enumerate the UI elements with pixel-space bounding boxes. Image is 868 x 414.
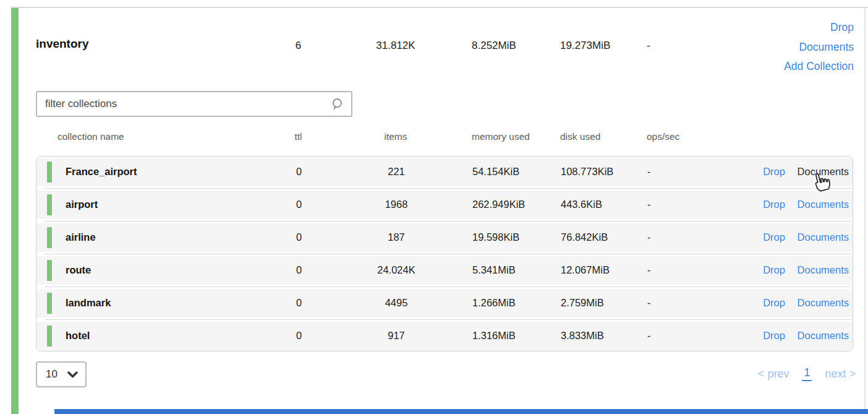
disk-value: 2.759MiB	[556, 297, 642, 309]
header-ttl: ttl	[272, 131, 325, 142]
row-drop-link[interactable]: Drop	[763, 199, 785, 210]
right-edge-divider	[864, 8, 866, 414]
collection-name: airline	[66, 231, 96, 243]
next-page-link[interactable]: next >	[825, 368, 856, 381]
row-drop-link[interactable]: Drop	[763, 166, 785, 177]
bottom-accent-bar	[54, 409, 868, 414]
disk-value: 443.6KiB	[556, 199, 642, 210]
collections-screen: inventory 6 31.812K 8.252MiB 19.273MiB -…	[0, 0, 868, 414]
items-value: 221	[325, 166, 467, 178]
row-documents-link[interactable]: Documents	[798, 330, 849, 341]
page-size-value: 10	[46, 368, 57, 381]
items-value: 24.024K	[325, 264, 467, 276]
collection-name: hotel	[66, 330, 90, 342]
search-icon	[330, 97, 344, 111]
bucket-actions: Drop Documents Add Collection	[668, 18, 854, 77]
row-drop-link[interactable]: Drop	[763, 330, 785, 341]
header-memory-used: memory used	[472, 131, 530, 142]
row-drop-link[interactable]: Drop	[763, 231, 785, 243]
row-divider	[45, 221, 851, 222]
bucket-disk-used: 19.273MiB	[560, 40, 610, 52]
bucket-memory-used: 8.252MiB	[472, 40, 516, 52]
ops-value: -	[642, 199, 692, 210]
bucket-accent-bar	[11, 8, 19, 414]
collection-name: France_airport	[66, 166, 137, 178]
ops-value: -	[642, 166, 692, 178]
ttl-value: 0	[273, 231, 325, 243]
collection-accent-chip	[47, 326, 52, 347]
current-page-link[interactable]: 1	[802, 366, 812, 381]
row-actions: Drop Documents	[692, 231, 853, 243]
collection-name-cell: landmark	[36, 293, 273, 314]
bucket-name: inventory	[36, 37, 89, 51]
collection-accent-chip	[47, 260, 52, 281]
add-collection-link[interactable]: Add Collection	[668, 57, 854, 77]
row-actions: Drop Documents	[692, 166, 853, 178]
header-items: items	[325, 131, 467, 142]
ops-value: -	[642, 231, 692, 243]
disk-value: 3.833MiB	[556, 330, 642, 342]
table-row-landmark: landmark 0 4495 1.266MiB 2.759MiB - Drop…	[36, 289, 853, 317]
bucket-ops-sec: -	[647, 40, 650, 52]
bucket-items: 31.812K	[325, 40, 467, 52]
memory-value: 262.949KiB	[467, 199, 556, 210]
collection-name: route	[66, 264, 91, 276]
ttl-value: 0	[273, 330, 325, 342]
row-actions: Drop Documents	[692, 330, 853, 342]
row-drop-link[interactable]: Drop	[763, 297, 785, 308]
table-row-hotel: hotel 0 917 1.316MiB 3.833MiB - Drop Doc…	[36, 322, 853, 350]
row-documents-link[interactable]: Documents	[798, 264, 849, 275]
table-row-route: route 0 24.024K 5.341MiB 12.067MiB - Dro…	[36, 256, 853, 285]
items-value: 1968	[325, 199, 467, 210]
ttl-value: 0	[273, 166, 325, 178]
memory-value: 1.266MiB	[467, 297, 556, 309]
table-row-france-airport: France_airport 0 221 54.154KiB 108.773Ki…	[36, 158, 853, 186]
memory-value: 5.341MiB	[467, 264, 556, 276]
ttl-value: 0	[273, 297, 325, 309]
bucket-collections-count: 6	[272, 40, 325, 52]
collection-name-cell: airport	[36, 194, 273, 215]
items-value: 917	[325, 330, 467, 342]
row-divider	[45, 254, 851, 254]
row-documents-link[interactable]: Documents	[798, 199, 849, 210]
collection-name-cell: hotel	[36, 326, 273, 347]
row-actions: Drop Documents	[692, 297, 853, 309]
items-value: 4495	[325, 297, 467, 309]
collection-name: landmark	[66, 297, 111, 309]
collection-name-cell: airline	[36, 227, 273, 248]
pager: < prev 1 next >	[758, 366, 856, 381]
items-value: 187	[325, 231, 467, 243]
collection-accent-chip	[47, 194, 52, 215]
top-divider	[11, 7, 868, 8]
memory-value: 19.598KiB	[467, 231, 556, 243]
prev-page-link[interactable]: < prev	[758, 368, 789, 381]
collection-name-cell: route	[36, 260, 273, 281]
memory-value: 1.316MiB	[467, 330, 556, 342]
ops-value: -	[642, 330, 692, 342]
header-ops-sec: ops/sec	[647, 131, 679, 142]
collection-name: airport	[66, 199, 98, 210]
memory-value: 54.154KiB	[467, 166, 556, 178]
collection-accent-chip	[47, 227, 52, 248]
ttl-value: 0	[273, 264, 325, 276]
row-drop-link[interactable]: Drop	[763, 264, 785, 275]
filter-collections-input[interactable]	[37, 98, 330, 110]
row-documents-link[interactable]: Documents	[798, 166, 849, 177]
row-documents-link[interactable]: Documents	[798, 297, 849, 308]
disk-value: 108.773KiB	[556, 166, 642, 178]
collections-table: France_airport 0 221 54.154KiB 108.773Ki…	[36, 156, 853, 351]
page-size-select[interactable]: 10	[36, 361, 87, 387]
disk-value: 76.842KiB	[556, 231, 642, 243]
header-collection-name: collection name	[57, 131, 124, 142]
chevron-down-icon	[67, 371, 78, 378]
bucket-documents-link[interactable]: Documents	[668, 38, 854, 58]
row-divider	[45, 319, 851, 320]
row-documents-link[interactable]: Documents	[798, 231, 849, 243]
row-actions: Drop Documents	[692, 199, 853, 210]
row-divider	[45, 287, 851, 287]
collection-accent-chip	[47, 293, 52, 314]
bucket-drop-link[interactable]: Drop	[668, 18, 854, 38]
header-disk-used: disk used	[560, 131, 600, 142]
row-actions: Drop Documents	[692, 264, 853, 276]
table-row-airport: airport 0 1968 262.949KiB 443.6KiB - Dro…	[36, 191, 853, 219]
